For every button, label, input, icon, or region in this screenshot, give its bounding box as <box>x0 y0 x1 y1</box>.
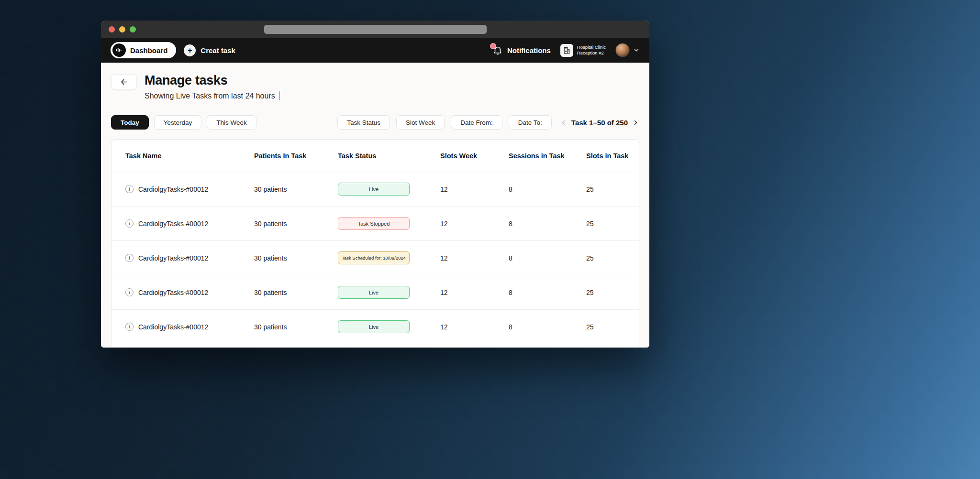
dashboard-button[interactable]: Dashboard <box>111 42 176 58</box>
create-task-label: Creat task <box>200 46 235 54</box>
close-window-button[interactable] <box>109 26 115 33</box>
dashboard-label: Dashboard <box>130 46 167 54</box>
previous-page-button[interactable] <box>560 119 567 126</box>
date-to-filter[interactable]: Date To: <box>509 115 552 130</box>
app-logo-icon <box>112 44 126 57</box>
tab-this-week[interactable]: This Week <box>207 115 256 130</box>
slots-cell: 25 <box>572 289 639 296</box>
info-icon[interactable]: i <box>125 254 134 262</box>
info-icon[interactable]: i <box>125 323 134 331</box>
task-name-cell: i CardiolgyTasks-#00012 <box>111 219 240 228</box>
notifications-label: Notifications <box>507 46 551 54</box>
table-row[interactable]: i CardiolgyTasks-#00012 30 patients Live… <box>111 275 639 310</box>
task-name: CardiolgyTasks-#00012 <box>138 289 208 296</box>
column-header-patients: Patients In Task <box>240 152 324 160</box>
tab-today[interactable]: Today <box>111 115 149 130</box>
patients-cell: 30 patients <box>240 323 324 331</box>
maximize-window-button[interactable] <box>130 26 136 33</box>
clinic-line2: Reception #2 <box>577 50 606 56</box>
column-header-task-name: Task Name <box>111 152 240 160</box>
column-header-slots-week: Slots Week <box>426 152 495 160</box>
time-filter-tabs: Today Yesterday This Week <box>111 115 256 130</box>
notification-badge <box>490 43 496 49</box>
back-arrow-icon <box>120 77 129 87</box>
status-badge: Task Scheduled for: 10/09/2024 <box>338 251 410 264</box>
task-name: CardiolgyTasks-#00012 <box>138 220 208 228</box>
clinic-name: Hospital Clinic Reception #2 <box>577 44 606 56</box>
clinic-selector[interactable]: Hospital Clinic Reception #2 <box>560 44 606 57</box>
column-header-sessions: Sessions in Task <box>495 152 572 160</box>
navbar-right: Notifications Hospital Clinic Reception … <box>492 43 640 57</box>
filter-dropdowns: Task Status Slot Week Date From: Date To… <box>337 115 552 130</box>
slots-week-cell: 12 <box>426 185 495 193</box>
status-cell: Task Scheduled for: 10/09/2024 <box>324 251 426 264</box>
patients-cell: 30 patients <box>240 185 324 193</box>
sessions-cell: 8 <box>495 323 572 331</box>
pagination-label: Task 1–50 of 250 <box>571 119 628 127</box>
app-navbar: Dashboard + Creat task Notifications <box>101 38 649 63</box>
address-bar[interactable] <box>264 25 487 34</box>
table-row[interactable]: i CardiolgyTasks-#00012 30 patients Task… <box>111 207 639 241</box>
task-name-cell: i CardiolgyTasks-#00012 <box>111 323 240 331</box>
info-icon[interactable]: i <box>125 219 134 228</box>
subtitle-text: Showing Live Tasks from last 24 hours <box>145 92 275 100</box>
hospital-building-icon <box>560 44 573 57</box>
status-badge: Task Stopped <box>338 217 410 230</box>
create-task-button[interactable]: + Creat task <box>184 44 235 56</box>
status-cell: Live <box>324 183 426 196</box>
task-name-cell: i CardiolgyTasks-#00012 <box>111 254 240 262</box>
page-title: Manage tasks <box>145 73 639 88</box>
sessions-cell: 8 <box>495 289 572 296</box>
patients-cell: 30 patients <box>240 220 324 228</box>
avatar <box>615 43 630 57</box>
status-cell: Live <box>324 320 426 333</box>
tab-yesterday[interactable]: Yesterday <box>154 115 202 130</box>
sessions-cell: 8 <box>495 220 572 228</box>
status-cell: Live <box>324 286 426 299</box>
task-name: CardiolgyTasks-#00012 <box>138 185 208 193</box>
bell-icon <box>492 45 503 55</box>
task-name: CardiolgyTasks-#00012 <box>138 254 208 262</box>
app-window: Dashboard + Creat task Notifications <box>101 21 649 348</box>
back-button[interactable] <box>111 74 137 90</box>
table-row[interactable]: i CardiolgyTasks-#00012 30 patients Live… <box>111 172 639 207</box>
traffic-lights <box>109 26 136 33</box>
task-name-cell: i CardiolgyTasks-#00012 <box>111 185 240 193</box>
titlebar <box>101 21 649 38</box>
tasks-table: Task Name Patients In Task Task Status S… <box>111 139 639 348</box>
table-row[interactable]: i CardiolgyTasks-#00012 30 patients Live… <box>111 310 639 344</box>
task-name: CardiolgyTasks-#00012 <box>138 323 208 331</box>
next-page-button[interactable] <box>632 119 639 126</box>
column-header-slots: Slots in Task <box>572 152 639 160</box>
slots-cell: 25 <box>572 220 639 228</box>
filter-row: Today Yesterday This Week Task Status Sl… <box>111 115 639 130</box>
slot-week-filter[interactable]: Slot Week <box>396 115 445 130</box>
slots-week-cell: 12 <box>426 254 495 262</box>
slots-week-cell: 12 <box>426 323 495 331</box>
date-from-filter[interactable]: Date From: <box>451 115 502 130</box>
slots-week-cell: 12 <box>426 220 495 228</box>
text-cursor <box>279 91 280 100</box>
status-badge: Live <box>338 320 410 333</box>
status-badge: Live <box>338 286 410 299</box>
sessions-cell: 8 <box>495 185 572 193</box>
table-row[interactable]: i CardiolgyTasks-#00012 30 patients Task… <box>111 241 639 275</box>
table-body: i CardiolgyTasks-#00012 30 patients Live… <box>111 172 639 344</box>
sessions-cell: 8 <box>495 254 572 262</box>
notifications-button[interactable]: Notifications <box>492 45 551 55</box>
minimize-window-button[interactable] <box>119 26 125 33</box>
task-status-filter[interactable]: Task Status <box>337 115 390 130</box>
main-content: Manage tasks Showing Live Tasks from las… <box>101 63 649 348</box>
info-icon[interactable]: i <box>125 288 134 296</box>
profile-menu[interactable] <box>615 43 640 57</box>
slots-cell: 25 <box>572 254 639 262</box>
slots-cell: 25 <box>572 185 639 193</box>
patients-cell: 30 patients <box>240 254 324 262</box>
page-header: Manage tasks Showing Live Tasks from las… <box>111 73 639 104</box>
info-icon[interactable]: i <box>125 185 134 193</box>
pagination: Task 1–50 of 250 <box>560 119 639 127</box>
status-cell: Task Stopped <box>324 217 426 230</box>
plus-icon: + <box>184 44 196 56</box>
table-header-row: Task Name Patients In Task Task Status S… <box>111 140 639 172</box>
slots-week-cell: 12 <box>426 289 495 296</box>
